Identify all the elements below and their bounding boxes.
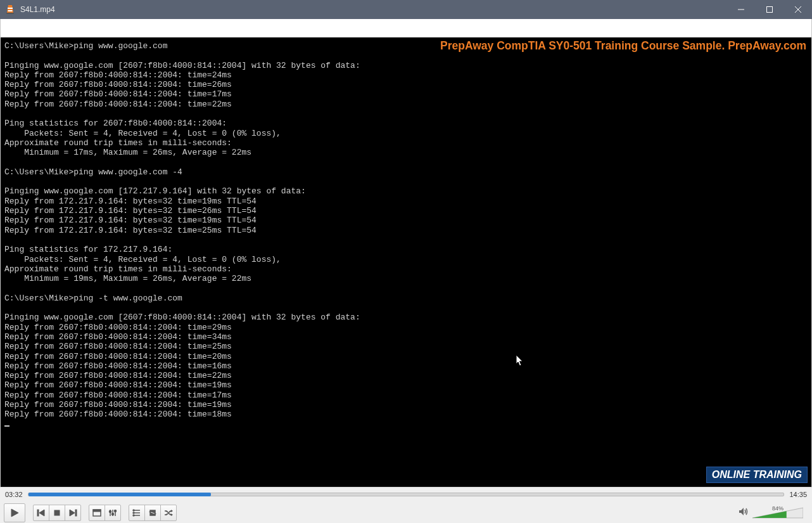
vlc-app-icon	[5, 4, 15, 15]
svg-marker-8	[11, 509, 18, 517]
player-controls: 03:32 14:35	[0, 487, 812, 523]
svg-rect-13	[75, 510, 77, 516]
extended-settings-button[interactable]	[105, 505, 121, 521]
elapsed-time[interactable]: 03:32	[5, 491, 23, 498]
window-titlebar: S4L1.mp4	[0, 0, 812, 19]
maximize-button[interactable]	[755, 0, 783, 19]
svg-marker-30	[171, 510, 173, 512]
svg-rect-11	[54, 510, 60, 515]
volume-slider[interactable]: 84%	[752, 507, 803, 519]
next-button[interactable]	[65, 505, 81, 521]
svg-point-25	[133, 510, 134, 511]
svg-rect-1	[8, 8, 13, 9]
svg-point-27	[133, 515, 134, 516]
previous-button[interactable]	[33, 505, 49, 521]
svg-point-26	[133, 512, 134, 513]
svg-point-19	[110, 510, 111, 512]
video-viewport[interactable]: C:\Users\Mike>ping www.google.com Pingin…	[0, 19, 812, 487]
svg-point-20	[112, 513, 114, 515]
fullscreen-button[interactable]	[89, 505, 105, 521]
volume-icon[interactable]	[739, 507, 749, 519]
svg-point-21	[115, 510, 117, 512]
svg-rect-9	[37, 510, 39, 516]
svg-rect-15	[93, 510, 101, 512]
minimize-button[interactable]	[726, 0, 755, 19]
svg-marker-10	[39, 510, 44, 516]
video-watermark: PrepAway CompTIA SY0-501 Training Course…	[440, 39, 806, 53]
svg-rect-3	[6, 13, 14, 14]
seek-progress-fill	[29, 493, 212, 496]
terminal-output: C:\Users\Mike>ping www.google.com Pingin…	[1, 37, 811, 487]
shuffle-button[interactable]	[160, 505, 177, 521]
loop-button[interactable]	[144, 505, 161, 521]
stop-button[interactable]	[49, 505, 65, 521]
total-time[interactable]: 14:35	[789, 491, 807, 498]
svg-rect-2	[8, 10, 13, 11]
svg-rect-5	[766, 7, 772, 13]
button-row: 84%	[0, 501, 812, 523]
volume-percent-label: 84%	[752, 505, 803, 512]
svg-marker-12	[70, 510, 75, 516]
svg-marker-31	[171, 513, 173, 516]
video-top-whitebar	[1, 19, 811, 37]
play-button[interactable]	[4, 503, 25, 522]
svg-marker-32	[739, 508, 744, 515]
close-button[interactable]	[783, 0, 812, 19]
seek-slider[interactable]	[28, 493, 785, 496]
seek-row: 03:32 14:35	[0, 487, 812, 501]
online-training-badge: ONLINE TRAINING	[706, 467, 808, 483]
terminal-cursor	[4, 425, 10, 427]
playlist-button[interactable]	[129, 505, 145, 521]
window-title: S4L1.mp4	[20, 5, 55, 14]
